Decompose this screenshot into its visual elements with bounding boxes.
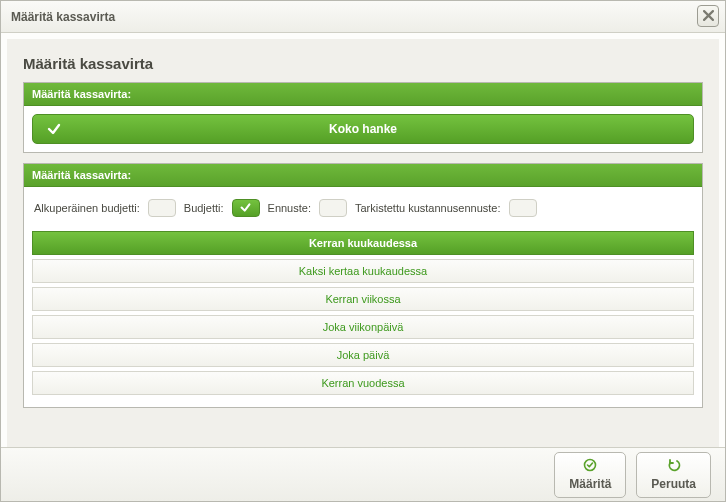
frequency-option[interactable]: Kerran kuukaudessa [32, 231, 694, 255]
frequency-option-label: Kerran kuukaudessa [309, 237, 417, 249]
window-title: Määritä kassavirta [11, 10, 115, 24]
original-budget-label: Alkuperäinen budjetti: [34, 202, 140, 214]
budget-label: Budjetti: [184, 202, 224, 214]
close-icon [703, 7, 714, 25]
scope-panel-header: Määritä kassavirta: [24, 83, 702, 106]
page-heading: Määritä kassavirta [23, 55, 703, 72]
revised-cost-forecast-label: Tarkistettu kustannusennuste: [355, 202, 501, 214]
frequency-option[interactable]: Joka päivä [32, 343, 694, 367]
ok-button[interactable]: Määritä [554, 452, 626, 498]
frequency-option[interactable]: Kerran vuodessa [32, 371, 694, 395]
check-icon [240, 202, 251, 215]
cancel-button-label: Peruuta [651, 477, 696, 491]
frequency-option-list: Kerran kuukaudessa Kaksi kertaa kuukaude… [32, 231, 694, 395]
content-area: Määritä kassavirta Määritä kassavirta: K… [1, 33, 725, 447]
revised-cost-forecast-toggle[interactable] [509, 199, 537, 217]
undo-icon [667, 458, 681, 475]
frequency-option-label: Kerran viikossa [325, 293, 400, 305]
frequency-option-label: Joka viikonpäivä [323, 321, 404, 333]
frequency-option-label: Joka päivä [337, 349, 390, 361]
frequency-option[interactable]: Kerran viikossa [32, 287, 694, 311]
budget-toggle-row: Alkuperäinen budjetti: Budjetti: Ennuste… [32, 195, 694, 227]
dialog-window: Määritä kassavirta Määritä kassavirta Mä… [0, 0, 726, 502]
dialog-footer: Määritä Peruuta [1, 447, 725, 501]
close-button[interactable] [697, 5, 719, 27]
check-icon [47, 122, 61, 136]
scope-panel-body: Koko hanke [24, 106, 702, 152]
frequency-option[interactable]: Joka viikonpäivä [32, 315, 694, 339]
frequency-option-label: Kerran vuodessa [321, 377, 404, 389]
titlebar: Määritä kassavirta [1, 1, 725, 33]
scope-whole-project-button[interactable]: Koko hanke [32, 114, 694, 144]
forecast-toggle[interactable] [319, 199, 347, 217]
frequency-option-label: Kaksi kertaa kuukaudessa [299, 265, 427, 277]
frequency-option[interactable]: Kaksi kertaa kuukaudessa [32, 259, 694, 283]
settings-panel-header: Määritä kassavirta: [24, 164, 702, 187]
ok-button-label: Määritä [569, 477, 611, 491]
scope-panel: Määritä kassavirta: Koko hanke [23, 82, 703, 153]
settings-panel-body: Alkuperäinen budjetti: Budjetti: Ennuste… [24, 187, 702, 407]
original-budget-toggle[interactable] [148, 199, 176, 217]
forecast-label: Ennuste: [268, 202, 311, 214]
scope-button-label: Koko hanke [329, 122, 397, 136]
cancel-button[interactable]: Peruuta [636, 452, 711, 498]
budget-toggle[interactable] [232, 199, 260, 217]
settings-panel: Määritä kassavirta: Alkuperäinen budjett… [23, 163, 703, 408]
confirm-icon [583, 458, 597, 475]
